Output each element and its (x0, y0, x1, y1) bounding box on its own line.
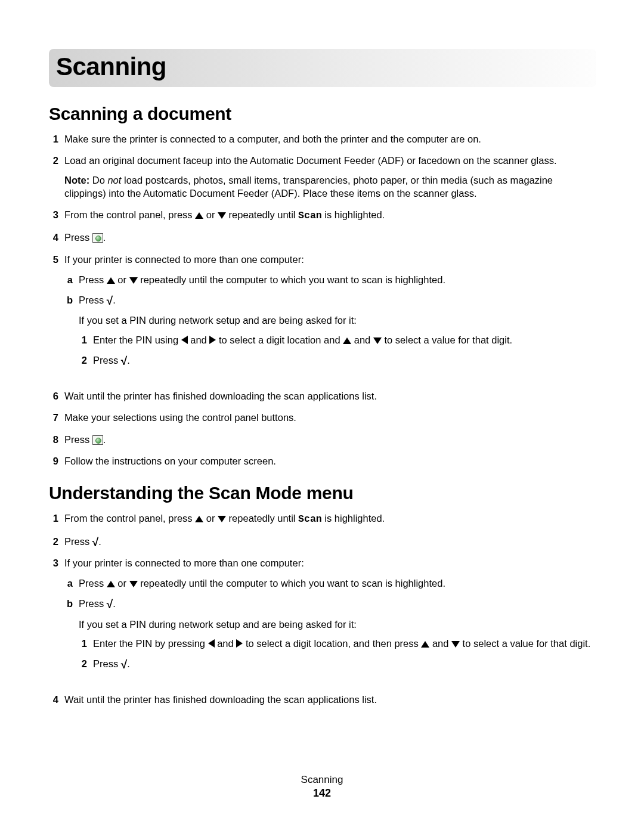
list-item: 4 Press . (49, 231, 596, 244)
text: Press (93, 658, 121, 669)
sublist: a Press or repeatedly until the computer… (64, 273, 596, 374)
text: Press (93, 355, 121, 366)
list-item: 2 Press √. (79, 657, 596, 670)
item-text: Make sure the printer is connected to a … (64, 132, 596, 145)
item-content: From the control panel, press or repeate… (64, 512, 596, 526)
text: Press (79, 295, 107, 305)
pin-intro: If you set a PIN during network setup an… (79, 314, 596, 327)
note-em: not (107, 175, 121, 185)
text: repeatedly until (226, 209, 298, 220)
period: . (113, 295, 116, 305)
item-content: If your printer is connected to more tha… (64, 253, 596, 382)
item-text: If your printer is connected to more tha… (64, 254, 304, 265)
text: or (115, 578, 129, 589)
item-number: 3 (49, 556, 64, 569)
item-content: Press or repeatedly until the computer t… (79, 577, 596, 590)
text: is highlighted. (322, 209, 385, 220)
period: . (103, 434, 106, 445)
text: is highlighted. (322, 513, 385, 524)
text: and (429, 638, 451, 649)
down-arrow-icon (373, 337, 382, 344)
section1-list: 1 Make sure the printer is connected to … (49, 132, 596, 467)
item-number: 1 (79, 637, 93, 650)
up-arrow-icon (107, 581, 115, 587)
scan-label: Scan (298, 210, 322, 221)
sublist: a Press or repeatedly until the computer… (64, 577, 596, 677)
text: repeatedly until the computer to which y… (138, 274, 445, 285)
item-number: 1 (79, 333, 93, 346)
item-text: Follow the instructions on your computer… (64, 454, 596, 467)
item-text: Wait until the printer has finished down… (64, 693, 596, 706)
period: . (98, 536, 101, 547)
page-body: Scanning Scanning a document 1 Make sure… (0, 0, 644, 707)
text: to select a digit location, and then pre… (243, 638, 421, 649)
item-content: From the control panel, press or repeate… (64, 208, 596, 222)
inner-list: 1 Enter the PIN by pressing and to selec… (79, 637, 596, 671)
item-content: Load an original document faceup into th… (64, 154, 596, 200)
check-icon: √ (92, 538, 98, 547)
item-number: 3 (49, 208, 64, 221)
footer-section: Scanning (0, 774, 644, 786)
list-item: 2 Load an original document faceup into … (49, 154, 596, 200)
note-label: Note: (64, 175, 89, 185)
list-item: 7 Make your selections using the control… (49, 411, 596, 424)
item-number: 2 (79, 354, 93, 367)
down-arrow-icon (451, 641, 460, 648)
text: to select a value for that digit. (460, 638, 590, 649)
list-item: 5 If your printer is connected to more t… (49, 253, 596, 382)
up-arrow-icon (421, 641, 429, 648)
item-letter: b (64, 597, 79, 610)
list-item: b Press √. If you set a PIN during netwo… (64, 597, 596, 677)
note-suffix: load postcards, photos, small items, tra… (64, 175, 553, 199)
text: or (203, 513, 218, 524)
up-arrow-icon (343, 337, 351, 344)
period: . (113, 598, 116, 609)
text: Press (79, 274, 107, 285)
list-item: 9 Follow the instructions on your comput… (49, 454, 596, 467)
item-number: 2 (49, 154, 64, 167)
item-number: 4 (49, 231, 64, 244)
list-item: 3 From the control panel, press or repea… (49, 208, 596, 222)
item-content: Press or repeatedly until the computer t… (79, 273, 596, 286)
item-content: If your printer is connected to more tha… (64, 556, 596, 685)
item-text: Load an original document faceup into th… (64, 155, 556, 166)
chapter-title: Scanning (56, 52, 589, 81)
scan-label: Scan (298, 513, 322, 525)
list-item: 2 Press √. (49, 535, 596, 548)
list-item: 8 Press . (49, 433, 596, 446)
list-item: 2 Press √. (79, 354, 596, 367)
section-heading-2: Understanding the Scan Mode menu (49, 483, 596, 503)
right-arrow-icon (236, 639, 243, 648)
chapter-banner: Scanning (49, 49, 596, 87)
text: and (215, 638, 237, 649)
period: . (103, 232, 106, 243)
item-number: 1 (49, 132, 64, 145)
text: repeatedly until (226, 513, 298, 524)
list-item: b Press √. If you set a PIN during netwo… (64, 293, 596, 374)
up-arrow-icon (107, 277, 115, 284)
text: Press (64, 232, 92, 243)
text: Press (64, 434, 92, 445)
text: Press (79, 578, 107, 589)
down-arrow-icon (129, 581, 138, 587)
up-arrow-icon (195, 516, 203, 522)
note-prefix: Do (89, 175, 107, 185)
text: Press (64, 536, 92, 547)
text: From the control panel, press (64, 209, 195, 220)
text: Press (79, 598, 107, 609)
text: or (203, 209, 218, 220)
left-arrow-icon (208, 639, 215, 648)
down-arrow-icon (218, 516, 226, 522)
page-footer: Scanning 142 (0, 774, 644, 800)
list-item: 1 From the control panel, press or repea… (49, 512, 596, 526)
period: . (127, 355, 130, 366)
item-content: Press . (64, 433, 596, 446)
down-arrow-icon (218, 212, 226, 219)
item-content: Press √. (93, 354, 596, 367)
item-number: 4 (49, 693, 64, 706)
item-text: Make your selections using the control p… (64, 411, 596, 424)
section-heading-1: Scanning a document (49, 104, 596, 124)
list-item: a Press or repeatedly until the computer… (64, 273, 596, 286)
item-letter: a (64, 577, 79, 590)
up-arrow-icon (195, 212, 203, 219)
